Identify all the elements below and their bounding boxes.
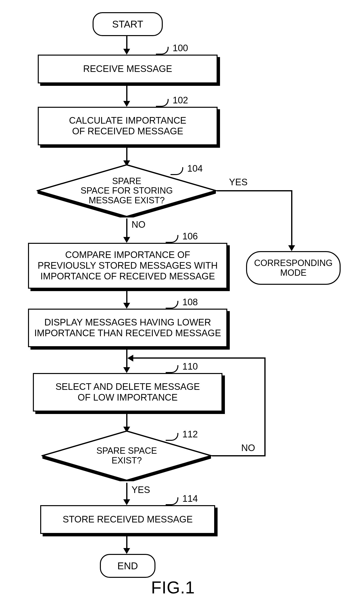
edge bbox=[217, 190, 292, 191]
edge bbox=[126, 290, 127, 304]
ref-114: 114 bbox=[166, 493, 198, 504]
arrowhead bbox=[288, 245, 295, 251]
ref-112: 112 bbox=[166, 429, 198, 440]
terminal-start-label: START bbox=[112, 19, 143, 30]
process-110-label: SELECT AND DELETE MESSAGE OF LOW IMPORTA… bbox=[56, 382, 200, 403]
edge bbox=[126, 147, 127, 161]
decision-104-label: SPARE SPACE FOR STORING MESSAGE EXIST? bbox=[81, 176, 173, 205]
ref-110: 110 bbox=[166, 361, 198, 372]
process-102: CALCULATE IMPORTANCE OF RECEIVED MESSAGE bbox=[38, 107, 218, 145]
arrowhead bbox=[123, 548, 130, 554]
label-112-yes: YES bbox=[132, 485, 150, 495]
process-114: STORE RECEIVED MESSAGE bbox=[40, 505, 215, 534]
edge bbox=[126, 218, 127, 238]
arrowhead bbox=[123, 367, 130, 373]
ref-102: 102 bbox=[156, 95, 188, 106]
arrowhead bbox=[123, 237, 130, 243]
process-110: SELECT AND DELETE MESSAGE OF LOW IMPORTA… bbox=[33, 373, 222, 412]
label-104-no: NO bbox=[132, 219, 145, 230]
label-112-no: NO bbox=[241, 443, 255, 453]
terminal-end: END bbox=[100, 554, 155, 578]
process-102-label: CALCULATE IMPORTANCE OF RECEIVED MESSAGE bbox=[69, 115, 186, 137]
ref-106: 106 bbox=[166, 231, 198, 242]
decision-112-label: SPARE SPACE EXIST? bbox=[96, 446, 157, 465]
process-114-label: STORE RECEIVED MESSAGE bbox=[63, 514, 193, 525]
label-104-yes: YES bbox=[229, 177, 248, 187]
ref-108: 108 bbox=[166, 297, 198, 307]
edge bbox=[291, 190, 292, 246]
process-100-label: RECEIVE MESSAGE bbox=[83, 64, 172, 74]
edge bbox=[126, 483, 127, 500]
ref-104: 104 bbox=[171, 163, 203, 174]
terminal-end-label: END bbox=[117, 561, 138, 571]
process-106: COMPARE IMPORTANCE OF PREVIOUSLY STORED … bbox=[28, 243, 227, 289]
arrowhead bbox=[123, 303, 130, 309]
edge bbox=[264, 357, 266, 456]
terminal-corresponding-mode: CORRESPONDING MODE bbox=[246, 251, 341, 285]
process-108: DISPLAY MESSAGES HAVING LOWER IMPORTANCE… bbox=[28, 309, 227, 347]
edge bbox=[212, 455, 266, 456]
terminal-corresponding-label: CORRESPONDING MODE bbox=[254, 258, 333, 277]
edge bbox=[126, 535, 127, 549]
process-108-label: DISPLAY MESSAGES HAVING LOWER IMPORTANCE… bbox=[34, 317, 221, 338]
arrowhead bbox=[127, 355, 133, 362]
process-100: RECEIVE MESSAGE bbox=[38, 55, 218, 83]
edge bbox=[126, 85, 127, 102]
arrowhead bbox=[123, 499, 130, 505]
edge bbox=[133, 357, 266, 359]
process-106-label: COMPARE IMPORTANCE OF PREVIOUSLY STORED … bbox=[38, 250, 218, 282]
flowchart-canvas: START RECEIVE MESSAGE 100 CALCULATE IMPO… bbox=[0, 0, 364, 600]
arrowhead bbox=[123, 49, 130, 55]
arrowhead bbox=[123, 101, 130, 107]
figure-caption: FIG.1 bbox=[151, 578, 195, 597]
edge bbox=[126, 413, 127, 428]
ref-100: 100 bbox=[156, 43, 188, 53]
edge bbox=[126, 35, 127, 50]
terminal-start: START bbox=[93, 12, 163, 36]
